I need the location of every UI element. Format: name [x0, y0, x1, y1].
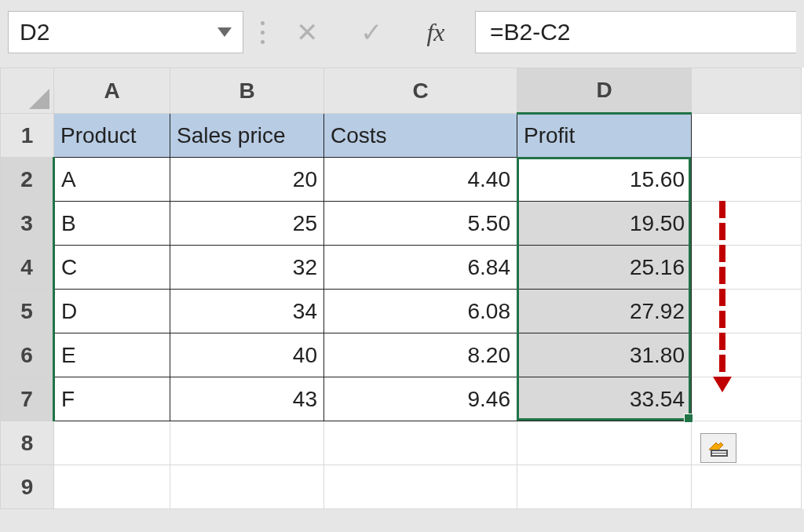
cell-E7[interactable] — [692, 377, 802, 421]
row-header-6[interactable]: 6 — [1, 333, 54, 377]
col-header-D[interactable]: D — [517, 68, 692, 114]
cell-C5[interactable]: 6.08 — [324, 290, 517, 333]
cell-C1[interactable]: Costs — [324, 114, 517, 158]
autofill-options-icon — [707, 438, 730, 458]
cell-A6[interactable]: E — [54, 333, 170, 377]
formula-bar-separator-icon — [258, 21, 268, 44]
enter-formula-button[interactable]: ✓ — [346, 11, 397, 53]
cell-B1[interactable]: Sales price — [170, 114, 324, 158]
cell-E9[interactable] — [692, 465, 802, 509]
row-header-4[interactable]: 4 — [1, 246, 54, 290]
cell-D5[interactable]: 27.92 — [517, 290, 692, 333]
annotation-arrow-icon — [713, 201, 732, 392]
cell-B3[interactable]: 25 — [170, 202, 324, 246]
cell-E2[interactable] — [692, 158, 802, 202]
cell-A4[interactable]: C — [54, 246, 170, 290]
cell-A2[interactable]: A — [54, 158, 170, 202]
cell-E3[interactable] — [692, 202, 802, 246]
cell-C8[interactable] — [324, 421, 517, 465]
autofill-options-button[interactable] — [700, 433, 736, 463]
cell-D2[interactable]: 15.60 — [517, 158, 692, 202]
cell-D1[interactable]: Profit — [517, 114, 692, 158]
check-icon: ✓ — [360, 16, 382, 48]
cell-C4[interactable]: 6.84 — [324, 246, 517, 290]
cell-E1[interactable] — [692, 114, 802, 158]
select-all-triangle-icon — [29, 89, 49, 109]
worksheet-grid[interactable]: A B C D 1 Product Sales price Costs Prof… — [0, 67, 804, 509]
name-box-value: D2 — [20, 19, 49, 46]
cell-C7[interactable]: 9.46 — [324, 377, 517, 421]
cell-A5[interactable]: D — [54, 290, 170, 333]
cell-B4[interactable]: 32 — [170, 246, 324, 290]
cell-D4[interactable]: 25.16 — [517, 246, 692, 290]
row-header-2[interactable]: 2 — [1, 158, 54, 202]
row-header-5[interactable]: 5 — [1, 290, 54, 333]
cell-B9[interactable] — [170, 465, 324, 509]
cell-C3[interactable]: 5.50 — [324, 202, 517, 246]
row-header-7[interactable]: 7 — [1, 377, 54, 421]
cell-A1[interactable]: Product — [54, 114, 170, 158]
cell-A9[interactable] — [54, 465, 170, 509]
cancel-icon: ✕ — [296, 16, 318, 48]
name-box[interactable]: D2 — [8, 11, 243, 53]
cell-E5[interactable] — [692, 290, 802, 333]
cell-C2[interactable]: 4.40 — [324, 158, 517, 202]
cell-E4[interactable] — [692, 246, 802, 290]
name-box-dropdown-icon[interactable] — [217, 27, 232, 37]
row-header-9[interactable]: 9 — [1, 465, 54, 509]
cancel-formula-button[interactable]: ✕ — [282, 11, 332, 53]
row-header-8[interactable]: 8 — [1, 421, 54, 465]
formula-bar-area: D2 ✕ ✓ fx =B2-C2 — [0, 0, 804, 67]
cell-A7[interactable]: F — [54, 377, 170, 421]
cell-B8[interactable] — [170, 421, 324, 465]
select-all-corner[interactable] — [1, 68, 54, 114]
cell-A3[interactable]: B — [54, 202, 170, 246]
cell-B2[interactable]: 20 — [170, 158, 324, 202]
cell-D6[interactable]: 31.80 — [517, 333, 692, 377]
col-header-A[interactable]: A — [54, 68, 170, 114]
cell-C6[interactable]: 8.20 — [324, 333, 517, 377]
cell-A8[interactable] — [54, 421, 170, 465]
insert-function-button[interactable]: fx — [411, 11, 461, 53]
cell-D9[interactable] — [517, 465, 692, 509]
row-header-1[interactable]: 1 — [1, 114, 54, 158]
formula-text: =B2-C2 — [490, 19, 571, 46]
cell-D8[interactable] — [517, 421, 692, 465]
cell-B6[interactable]: 40 — [170, 333, 324, 377]
cell-E6[interactable] — [692, 333, 802, 377]
sheet-table: A B C D 1 Product Sales price Costs Prof… — [0, 67, 802, 509]
cell-C9[interactable] — [324, 465, 517, 509]
fx-icon: fx — [426, 18, 444, 47]
formula-input[interactable]: =B2-C2 — [475, 11, 796, 53]
col-header-C[interactable]: C — [324, 68, 517, 114]
cell-D7[interactable]: 33.54 — [517, 377, 692, 421]
cell-B5[interactable]: 34 — [170, 290, 324, 333]
cell-D3[interactable]: 19.50 — [517, 202, 692, 246]
col-header-B[interactable]: B — [170, 68, 324, 114]
cell-B7[interactable]: 43 — [170, 377, 324, 421]
col-header-E[interactable] — [692, 68, 802, 114]
row-header-3[interactable]: 3 — [1, 202, 54, 246]
